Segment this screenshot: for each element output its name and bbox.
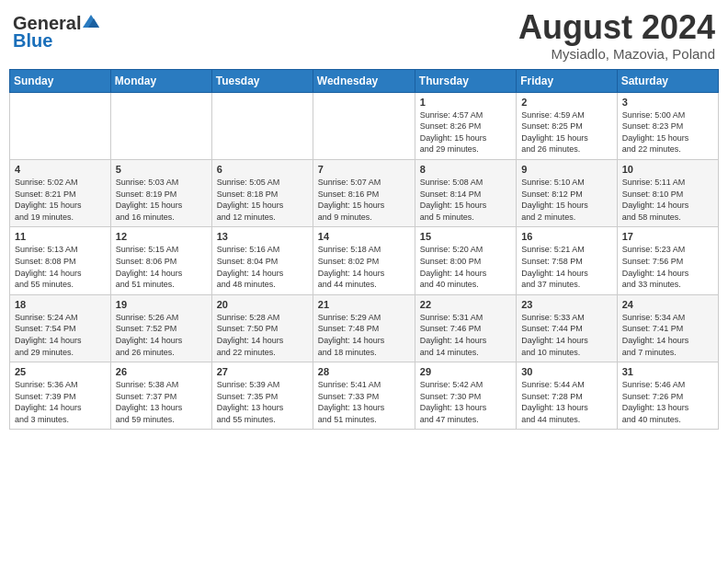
calendar-week-row: 4Sunrise: 5:02 AM Sunset: 8:21 PM Daylig… [10,159,719,226]
calendar-week-row: 18Sunrise: 5:24 AM Sunset: 7:54 PM Dayli… [10,294,719,362]
day-number: 30 [521,366,611,377]
calendar-day-cell: 26Sunrise: 5:38 AM Sunset: 7:37 PM Dayli… [110,362,211,430]
day-number: 16 [521,231,611,242]
day-number: 23 [521,299,611,310]
day-number: 1 [420,97,511,108]
calendar-day-cell: 18Sunrise: 5:24 AM Sunset: 7:54 PM Dayli… [10,294,111,362]
weekday-header: Sunday [10,69,111,92]
calendar-day-cell: 9Sunrise: 5:10 AM Sunset: 8:12 PM Daylig… [517,159,617,226]
calendar-day-cell: 14Sunrise: 5:18 AM Sunset: 8:02 PM Dayli… [313,227,415,294]
day-info: Sunrise: 5:20 AM Sunset: 8:00 PM Dayligh… [420,244,511,290]
day-number: 13 [217,231,308,242]
calendar-day-cell: 12Sunrise: 5:15 AM Sunset: 8:06 PM Dayli… [110,227,211,294]
day-number: 17 [622,231,713,242]
day-info: Sunrise: 5:29 AM Sunset: 7:48 PM Dayligh… [318,312,410,358]
day-info: Sunrise: 5:16 AM Sunset: 8:04 PM Dayligh… [217,244,308,290]
calendar-day-cell: 31Sunrise: 5:46 AM Sunset: 7:26 PM Dayli… [617,362,718,430]
logo-icon [83,15,99,29]
calendar-day-cell: 16Sunrise: 5:21 AM Sunset: 7:58 PM Dayli… [517,227,617,294]
day-number: 14 [318,231,410,242]
calendar-day-cell: 25Sunrise: 5:36 AM Sunset: 7:39 PM Dayli… [10,362,111,430]
month-year-title: August 2024 [518,9,715,46]
day-info: Sunrise: 5:18 AM Sunset: 8:02 PM Dayligh… [318,244,410,290]
calendar-day-cell [313,92,415,159]
day-info: Sunrise: 5:08 AM Sunset: 8:14 PM Dayligh… [420,177,511,223]
calendar-day-cell: 29Sunrise: 5:42 AM Sunset: 7:30 PM Dayli… [415,362,516,430]
day-info: Sunrise: 5:34 AM Sunset: 7:41 PM Dayligh… [622,312,713,358]
calendar-day-cell: 21Sunrise: 5:29 AM Sunset: 7:48 PM Dayli… [313,294,415,362]
day-number: 10 [622,164,713,175]
calendar-day-cell: 20Sunrise: 5:28 AM Sunset: 7:50 PM Dayli… [211,294,313,362]
calendar-day-cell: 7Sunrise: 5:07 AM Sunset: 8:16 PM Daylig… [313,159,415,226]
calendar-day-cell: 8Sunrise: 5:08 AM Sunset: 8:14 PM Daylig… [415,159,516,226]
weekday-header: Wednesday [313,69,415,92]
day-info: Sunrise: 5:41 AM Sunset: 7:33 PM Dayligh… [318,379,410,425]
day-number: 11 [15,231,106,242]
day-number: 5 [116,164,207,175]
logo-blue-text: Blue [13,30,52,52]
day-number: 8 [420,164,511,175]
day-number: 18 [15,299,106,310]
day-number: 9 [521,164,611,175]
day-number: 6 [217,164,308,175]
day-info: Sunrise: 5:44 AM Sunset: 7:28 PM Dayligh… [521,379,611,425]
logo: General Blue [13,9,99,52]
calendar-day-cell: 30Sunrise: 5:44 AM Sunset: 7:28 PM Dayli… [517,362,617,430]
calendar-day-cell: 22Sunrise: 5:31 AM Sunset: 7:46 PM Dayli… [415,294,516,362]
calendar-day-cell: 1Sunrise: 4:57 AM Sunset: 8:26 PM Daylig… [415,92,516,159]
weekday-header: Saturday [617,69,718,92]
calendar-header-row: SundayMondayTuesdayWednesdayThursdayFrid… [10,69,719,92]
day-info: Sunrise: 5:46 AM Sunset: 7:26 PM Dayligh… [622,379,713,425]
day-info: Sunrise: 5:11 AM Sunset: 8:10 PM Dayligh… [622,177,713,223]
calendar-day-cell: 19Sunrise: 5:26 AM Sunset: 7:52 PM Dayli… [110,294,211,362]
day-info: Sunrise: 4:57 AM Sunset: 8:26 PM Dayligh… [420,109,511,155]
calendar-day-cell [211,92,313,159]
day-info: Sunrise: 5:13 AM Sunset: 8:08 PM Dayligh… [15,244,106,290]
day-info: Sunrise: 5:31 AM Sunset: 7:46 PM Dayligh… [420,312,511,358]
calendar-day-cell: 28Sunrise: 5:41 AM Sunset: 7:33 PM Dayli… [313,362,415,430]
calendar-day-cell: 3Sunrise: 5:00 AM Sunset: 8:23 PM Daylig… [617,92,718,159]
calendar-day-cell: 11Sunrise: 5:13 AM Sunset: 8:08 PM Dayli… [10,227,111,294]
day-number: 27 [217,366,308,377]
weekday-header: Tuesday [211,69,313,92]
day-number: 4 [15,164,106,175]
day-number: 15 [420,231,511,242]
day-info: Sunrise: 5:26 AM Sunset: 7:52 PM Dayligh… [116,312,207,358]
calendar-day-cell: 4Sunrise: 5:02 AM Sunset: 8:21 PM Daylig… [10,159,111,226]
day-info: Sunrise: 5:10 AM Sunset: 8:12 PM Dayligh… [521,177,611,223]
calendar-day-cell: 17Sunrise: 5:23 AM Sunset: 7:56 PM Dayli… [617,227,718,294]
day-info: Sunrise: 5:00 AM Sunset: 8:23 PM Dayligh… [622,109,713,155]
day-info: Sunrise: 5:24 AM Sunset: 7:54 PM Dayligh… [15,312,106,358]
calendar-day-cell: 15Sunrise: 5:20 AM Sunset: 8:00 PM Dayli… [415,227,516,294]
calendar-week-row: 1Sunrise: 4:57 AM Sunset: 8:26 PM Daylig… [10,92,719,159]
day-info: Sunrise: 5:21 AM Sunset: 7:58 PM Dayligh… [521,244,611,290]
calendar-day-cell: 2Sunrise: 4:59 AM Sunset: 8:25 PM Daylig… [517,92,617,159]
day-number: 21 [318,299,410,310]
calendar-week-row: 25Sunrise: 5:36 AM Sunset: 7:39 PM Dayli… [10,362,719,430]
day-number: 19 [116,299,207,310]
day-info: Sunrise: 5:15 AM Sunset: 8:06 PM Dayligh… [116,244,207,290]
calendar-day-cell: 23Sunrise: 5:33 AM Sunset: 7:44 PM Dayli… [517,294,617,362]
calendar-day-cell [110,92,211,159]
day-number: 29 [420,366,511,377]
day-info: Sunrise: 5:03 AM Sunset: 8:19 PM Dayligh… [116,177,207,223]
day-number: 31 [622,366,713,377]
day-number: 12 [116,231,207,242]
day-info: Sunrise: 5:36 AM Sunset: 7:39 PM Dayligh… [15,379,106,425]
day-info: Sunrise: 5:23 AM Sunset: 7:56 PM Dayligh… [622,244,713,290]
day-info: Sunrise: 5:05 AM Sunset: 8:18 PM Dayligh… [217,177,308,223]
day-number: 28 [318,366,410,377]
weekday-header: Monday [110,69,211,92]
calendar-table: SundayMondayTuesdayWednesdayThursdayFrid… [9,69,719,431]
day-info: Sunrise: 5:39 AM Sunset: 7:35 PM Dayligh… [217,379,308,425]
calendar-day-cell: 6Sunrise: 5:05 AM Sunset: 8:18 PM Daylig… [211,159,313,226]
weekday-header: Thursday [415,69,516,92]
calendar-day-cell: 5Sunrise: 5:03 AM Sunset: 8:19 PM Daylig… [110,159,211,226]
weekday-header: Friday [517,69,617,92]
title-section: August 2024 Mysiadlo, Mazovia, Poland [518,9,715,62]
day-number: 7 [318,164,410,175]
calendar-day-cell: 27Sunrise: 5:39 AM Sunset: 7:35 PM Dayli… [211,362,313,430]
calendar-day-cell: 24Sunrise: 5:34 AM Sunset: 7:41 PM Dayli… [617,294,718,362]
calendar-week-row: 11Sunrise: 5:13 AM Sunset: 8:08 PM Dayli… [10,227,719,294]
day-info: Sunrise: 5:02 AM Sunset: 8:21 PM Dayligh… [15,177,106,223]
